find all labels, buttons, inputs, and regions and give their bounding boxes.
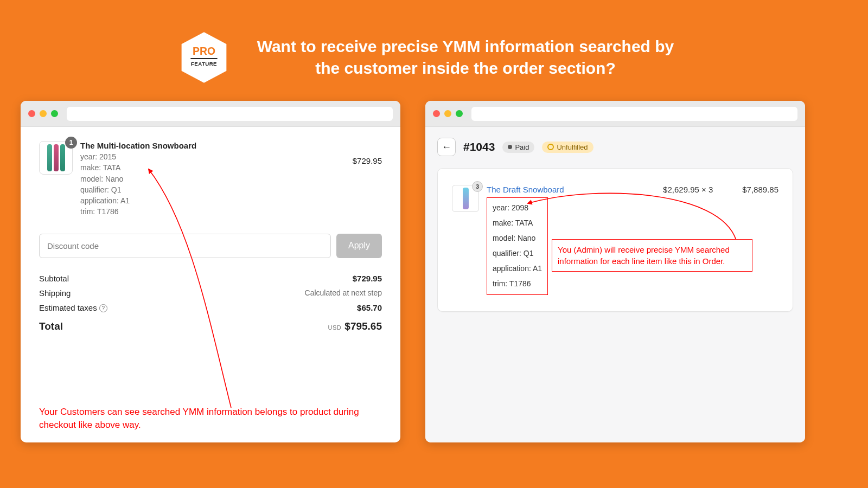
ymm-qualifier: qualifier: Q1 xyxy=(493,246,542,261)
ymm-year: year: 2098 xyxy=(493,200,542,215)
svg-text:FEATURE: FEATURE xyxy=(191,61,217,67)
subtotal-value: $729.95 xyxy=(353,274,382,283)
address-bar[interactable] xyxy=(67,107,393,121)
svg-text:PRO: PRO xyxy=(193,45,215,57)
ymm-make: make: TATA xyxy=(80,162,345,173)
taxes-label: Estimated taxes? xyxy=(39,303,107,313)
ymm-trim: trim: T1786 xyxy=(493,276,542,291)
ymm-make: make: TATA xyxy=(493,215,542,230)
traffic-light-zoom[interactable] xyxy=(456,110,463,117)
back-button[interactable]: ← xyxy=(437,138,456,156)
ymm-application: application: A1 xyxy=(493,261,542,276)
shipping-value: Calculated at next step xyxy=(305,288,382,298)
info-icon[interactable]: ? xyxy=(99,304,107,312)
ymm-model: model: Nano xyxy=(80,174,345,184)
ymm-application: application: A1 xyxy=(80,195,345,206)
line-item-price: $729.95 xyxy=(353,141,382,165)
admin-callout: You (Admin) will receive precise YMM sea… xyxy=(552,239,752,272)
ymm-year: year: 2015 xyxy=(80,151,345,162)
ymm-qualifier: qualifier: Q1 xyxy=(80,184,345,195)
svg-marker-0 xyxy=(182,32,227,82)
paid-badge: Paid xyxy=(502,142,534,153)
checkout-line-item: 1 The Multi-location Snowboard year: 201… xyxy=(39,141,382,217)
ymm-highlight-box: year: 2098 make: TATA model: Nano qualif… xyxy=(487,197,548,295)
customer-callout: Your Customers can see searched YMM info… xyxy=(39,406,368,432)
order-card: 3 The Draft Snowboard year: 2098 make: T… xyxy=(437,168,793,312)
product-thumbnail: 3 xyxy=(452,185,479,212)
traffic-light-close[interactable] xyxy=(433,110,440,117)
total-value: USD$795.65 xyxy=(328,320,382,332)
traffic-light-close[interactable] xyxy=(28,110,35,117)
headline: Want to receive precise YMM information … xyxy=(243,36,688,80)
line-price-multiplier: $2,629.95 × 3 xyxy=(663,185,713,194)
qty-badge: 1 xyxy=(65,137,77,149)
admin-window: ← #1043 Paid Unfulfilled 3 The Draft Sno… xyxy=(425,101,805,442)
product-thumbnail: 1 xyxy=(39,141,73,175)
product-title: The Multi-location Snowboard xyxy=(80,141,345,150)
window-titlebar xyxy=(21,101,400,127)
apply-button[interactable]: Apply xyxy=(336,234,382,258)
total-label: Total xyxy=(39,320,63,332)
subtotal-label: Subtotal xyxy=(39,274,69,283)
line-price-total: $7,889.85 xyxy=(742,185,778,194)
traffic-light-minimize[interactable] xyxy=(40,110,47,117)
traffic-light-zoom[interactable] xyxy=(51,110,58,117)
pro-feature-badge: PRO FEATURE xyxy=(180,30,228,85)
ymm-trim: trim: T1786 xyxy=(80,206,345,217)
traffic-light-minimize[interactable] xyxy=(444,110,451,117)
taxes-value: $65.70 xyxy=(357,303,382,313)
order-number: #1043 xyxy=(463,140,495,153)
window-titlebar xyxy=(425,101,805,127)
ymm-model: model: Nano xyxy=(493,230,542,246)
qty-badge: 3 xyxy=(472,181,483,192)
address-bar[interactable] xyxy=(471,107,797,121)
checkout-window: 1 The Multi-location Snowboard year: 201… xyxy=(21,101,400,442)
discount-code-input[interactable] xyxy=(39,234,331,258)
shipping-label: Shipping xyxy=(39,288,71,298)
product-title-link[interactable]: The Draft Snowboard xyxy=(487,185,655,194)
unfulfilled-badge: Unfulfilled xyxy=(542,142,593,153)
